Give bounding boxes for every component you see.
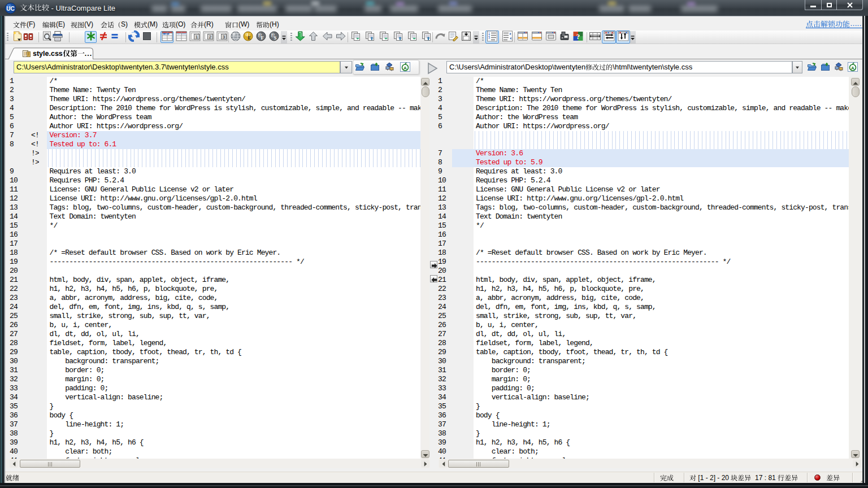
svg-text:?: ? xyxy=(576,32,580,41)
svg-text:A: A xyxy=(851,66,854,71)
svg-text:2: 2 xyxy=(209,34,212,40)
svg-text:3: 3 xyxy=(488,36,490,39)
svg-text:3: 3 xyxy=(223,34,225,40)
svg-text:F: F xyxy=(261,35,264,41)
svg-text:UC: UC xyxy=(6,6,14,12)
svg-text:S: S xyxy=(274,35,277,41)
svg-text:E: E xyxy=(248,36,251,41)
svg-text:A: A xyxy=(403,66,407,71)
svg-text:1: 1 xyxy=(196,34,198,40)
